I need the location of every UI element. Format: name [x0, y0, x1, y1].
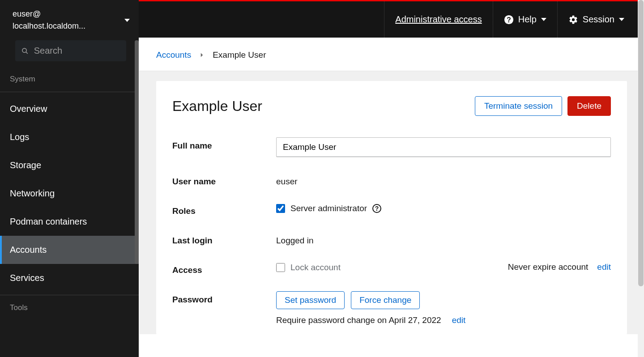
help-label: Help: [518, 14, 537, 25]
edit-password-expire-link[interactable]: edit: [452, 315, 466, 325]
terminate-session-button[interactable]: Terminate session: [475, 96, 562, 116]
full-name-cell: [276, 137, 611, 157]
edit-expire-link[interactable]: edit: [597, 262, 611, 272]
form-grid: Full name User name euser Roles Server a…: [172, 137, 611, 325]
session-menu[interactable]: Session: [557, 1, 635, 38]
help-icon: ?: [504, 15, 514, 25]
admin-access-label: Administrative access: [395, 14, 482, 25]
full-name-label: Full name: [172, 137, 276, 151]
delete-button[interactable]: Delete: [567, 96, 611, 116]
password-buttons: Set password Force change: [276, 291, 611, 309]
breadcrumb-current: Example User: [213, 50, 266, 60]
full-name-input[interactable]: [276, 137, 611, 157]
sidebar: euser@ localhost.localdom... System Over…: [0, 0, 139, 357]
sidebar-scrollbar[interactable]: [135, 40, 139, 264]
content: Accounts Example User Example User Termi…: [139, 38, 644, 357]
host-switcher[interactable]: euser@ localhost.localdom...: [0, 0, 139, 40]
panel-wrap: Example User Terminate session Delete Fu…: [139, 71, 644, 334]
divider: [0, 295, 139, 295]
password-require-row: Require password change on April 27, 202…: [276, 315, 611, 325]
header-actions: Terminate session Delete: [475, 96, 611, 116]
sidebar-item-overview[interactable]: Overview: [0, 95, 139, 123]
password-require-text: Require password change on April 27, 202…: [276, 315, 441, 325]
search-box[interactable]: [15, 40, 126, 61]
lock-account-checkbox[interactable]: [276, 263, 285, 272]
panel-header: Example User Terminate session Delete: [172, 96, 611, 116]
breadcrumb-accounts-link[interactable]: Accounts: [156, 50, 191, 60]
expire-group: Never expire account edit: [508, 262, 611, 272]
host-user-line: euser@: [13, 8, 85, 20]
divider: [0, 92, 139, 92]
gear-icon: [568, 15, 578, 25]
page-title: Example User: [172, 98, 262, 115]
sidebar-item-podman-containers[interactable]: Podman containers: [0, 208, 139, 236]
account-panel: Example User Terminate session Delete Fu…: [156, 81, 627, 334]
help-menu[interactable]: ? Help: [493, 1, 557, 38]
set-password-button[interactable]: Set password: [276, 291, 345, 309]
svg-text:?: ?: [507, 16, 511, 23]
chevron-down-icon: [124, 19, 130, 22]
last-login-value: Logged in: [276, 232, 611, 246]
main-scrollbar-track[interactable]: [638, 0, 644, 357]
server-admin-label: Server administrator: [290, 204, 367, 213]
password-label: Password: [172, 291, 276, 305]
search-input[interactable]: [34, 46, 120, 56]
sidebar-item-networking[interactable]: Networking: [0, 179, 139, 208]
lock-account-label: Lock account: [290, 263, 341, 272]
lock-account-group: Lock account: [276, 262, 341, 272]
sidebar-item-logs[interactable]: Logs: [0, 123, 139, 151]
topbar: Administrative access ? Help Session: [139, 0, 644, 38]
chevron-right-icon: [199, 50, 205, 60]
main-area: Administrative access ? Help Session Acc…: [139, 0, 644, 357]
last-login-label: Last login: [172, 232, 276, 246]
force-change-button[interactable]: Force change: [351, 291, 420, 309]
nav-section-system: System: [0, 69, 139, 89]
user-name-label: User name: [172, 173, 276, 187]
access-cell: Lock account Never expire account edit: [276, 262, 611, 272]
expire-text: Never expire account: [508, 262, 589, 272]
roles-label: Roles: [172, 203, 276, 216]
access-label: Access: [172, 262, 276, 275]
server-admin-checkbox[interactable]: [276, 204, 285, 213]
svg-point-0: [22, 48, 26, 52]
chevron-down-icon: [541, 18, 546, 21]
svg-line-1: [26, 51, 28, 53]
sidebar-item-accounts[interactable]: Accounts: [0, 236, 139, 264]
admin-access-toggle[interactable]: Administrative access: [384, 1, 492, 38]
main-scrollbar-thumb[interactable]: [638, 0, 644, 286]
user-name-value: euser: [276, 173, 611, 187]
breadcrumb: Accounts Example User: [139, 38, 644, 71]
search-container: [0, 40, 139, 69]
sidebar-item-services[interactable]: Services: [0, 264, 139, 292]
roles-cell: Server administrator ?: [276, 203, 611, 213]
password-cell: Set password Force change Require passwo…: [276, 291, 611, 325]
host-name-line: localhost.localdom...: [13, 20, 85, 32]
search-icon: [21, 47, 29, 55]
chevron-down-icon: [619, 18, 624, 21]
nav-section-tools: Tools: [0, 298, 139, 318]
help-icon[interactable]: ?: [372, 204, 381, 213]
host-label: euser@ localhost.localdom...: [13, 8, 85, 32]
session-label: Session: [583, 14, 614, 25]
sidebar-item-storage[interactable]: Storage: [0, 151, 139, 179]
